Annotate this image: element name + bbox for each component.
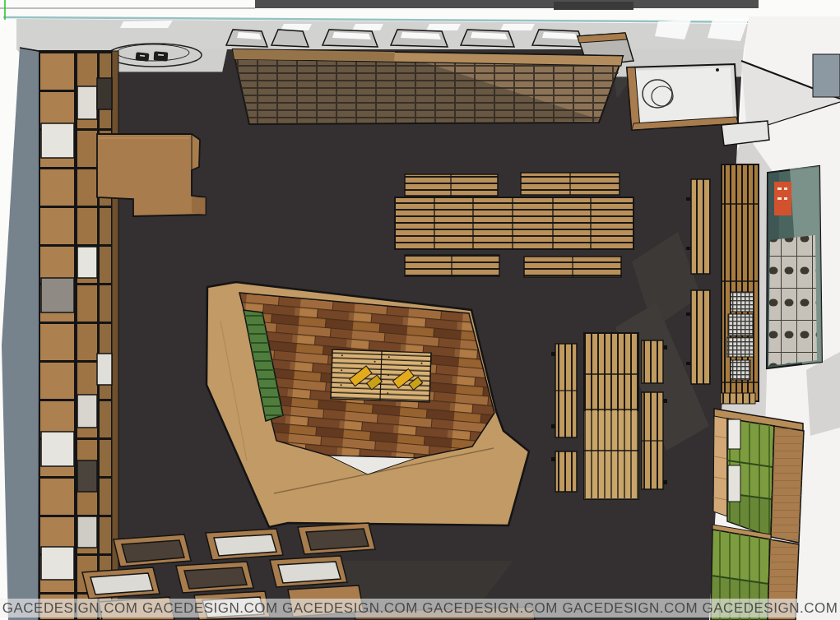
watermark-text: GACEDESIGN.COM	[700, 599, 840, 618]
top-gray-line	[0, 7, 255, 9]
platform-table	[331, 349, 431, 402]
wall-poster	[767, 166, 822, 368]
render-canvas	[0, 0, 840, 620]
bench	[642, 340, 663, 383]
top-dark-band	[255, 0, 759, 8]
bench	[555, 451, 577, 492]
watermark-text: GACEDESIGN.COM	[280, 599, 420, 618]
poster-photo-grid	[768, 235, 817, 366]
display-shelf-right	[722, 164, 759, 401]
dining-set-vertical	[551, 333, 667, 499]
watermark-text: GACEDESIGN.COM	[560, 599, 700, 618]
watermark-text: GACEDESIGN.COM	[0, 599, 140, 618]
watermark-text: GACEDESIGN.COM	[140, 599, 280, 618]
wood-lattice-screen	[233, 49, 623, 124]
interior-render-view: GACEDESIGN.COM GACEDESIGN.COM GACEDESIGN…	[0, 0, 840, 620]
gray-blue-panel	[813, 54, 840, 97]
mesh-baskets	[727, 292, 754, 380]
watermark-band: GACEDESIGN.COM GACEDESIGN.COM GACEDESIGN…	[0, 599, 840, 618]
watermark-text: GACEDESIGN.COM	[420, 599, 560, 618]
green-shelf-unit	[711, 393, 804, 620]
poster-orange-label	[774, 182, 791, 215]
